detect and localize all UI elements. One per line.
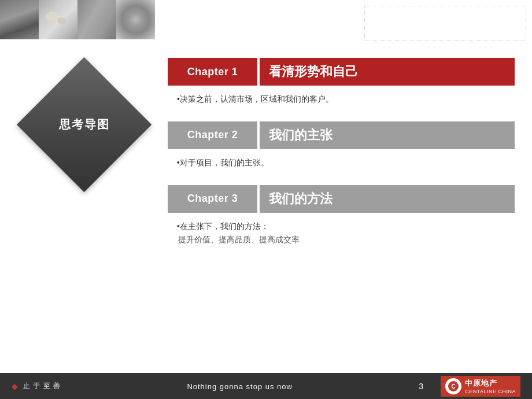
logo-name: 中原地产: [465, 378, 516, 389]
logo-text-group: 中原地产 CENTALINE CHINA: [465, 378, 516, 394]
chapter-3-block: Chapter 3 我们的方法 •在主张下，我们的方法： 提升价值、提高品质、提…: [168, 185, 515, 258]
chapter-3-desc-text: •在主张下，我们的方法：: [177, 220, 505, 234]
chapter-3-header: Chapter 3 我们的方法: [168, 185, 515, 213]
chapter-1-header: Chapter 1 看清形势和自己: [168, 58, 515, 86]
bottom-logo-section: C 中原地产 CENTALINE CHINA: [441, 376, 520, 397]
bottom-page-number: 3: [419, 382, 423, 391]
content-area: Chapter 1 看清形势和自己 •决策之前，认清市场，区域和我们的客户。 C…: [168, 58, 515, 350]
bottom-bar: ◆ 止 于 至 善 Nothing gonna stop us now 3 C …: [0, 373, 532, 399]
chapter-2-title: 我们的主张: [269, 127, 332, 144]
chapter-3-label-box: Chapter 3: [168, 185, 257, 213]
chapter-1-desc-text: •决策之前，认清市场，区域和我们的客户。: [177, 94, 334, 104]
chapter-2-header: Chapter 2 我们的主张: [168, 121, 515, 149]
chapter-1-title-box: 看清形势和自己: [260, 58, 515, 86]
top-image-2: [39, 0, 77, 39]
top-image-3: [77, 0, 116, 39]
bottom-left-motto-zh: 止 于 至 善: [23, 381, 61, 391]
logo-svg: C: [448, 380, 459, 392]
chapter-2-description: •对于项目，我们的主张。: [168, 149, 515, 180]
page-number-text: 3: [419, 382, 423, 391]
chapter-1-label: Chapter 1: [187, 66, 238, 78]
logo-icon: C: [445, 378, 461, 394]
diamond-shape: 思考导图: [16, 57, 151, 191]
chapter-2-block: Chapter 2 我们的主张 •对于项目，我们的主张。: [168, 121, 515, 180]
chapter-3-title-box: 我们的方法: [260, 185, 515, 213]
chapter-3-description: •在主张下，我们的方法： 提升价值、提高品质、提高成交率: [168, 213, 515, 258]
bottom-center-section: Nothing gonna stop us now: [61, 382, 419, 391]
chapter-3-label: Chapter 3: [187, 193, 238, 205]
chapter-1-title: 看清形势和自己: [269, 63, 358, 80]
chapter-1-description: •决策之前，认清市场，区域和我们的客户。: [168, 86, 515, 117]
logo-sub-text: CENTALINE CHINA: [465, 389, 516, 394]
diamond-container: 思考导图: [17, 58, 150, 191]
top-right-decoration: [364, 6, 526, 40]
chapter-1-label-box: Chapter 1: [168, 58, 257, 86]
bottom-left-section: ◆ 止 于 至 善: [12, 381, 61, 391]
chapter-2-desc-text: •对于项目，我们的主张。: [177, 158, 269, 167]
svg-text:C: C: [452, 383, 456, 390]
chapter-2-label-box: Chapter 2: [168, 121, 257, 149]
bottom-motto-text: Nothing gonna stop us now: [187, 382, 293, 391]
chapter-2-label: Chapter 2: [187, 129, 238, 141]
top-image-1: [0, 0, 39, 39]
chapter-3-title: 我们的方法: [269, 190, 332, 208]
slide: 思考导图 Chapter 1 看清形势和自己 •决策之前，认清市场，区域和我们的…: [0, 0, 532, 373]
top-image-4: [116, 0, 155, 39]
top-image-strip: [0, 0, 156, 39]
chapter-3-desc-line2: 提升价值、提高品质、提高成交率: [177, 233, 505, 247]
diamond-label: 思考导图: [58, 117, 109, 132]
bottom-left-icon: ◆: [12, 382, 19, 391]
chapter-2-title-box: 我们的主张: [260, 121, 515, 149]
chapter-1-block: Chapter 1 看清形势和自己 •决策之前，认清市场，区域和我们的客户。: [168, 58, 515, 117]
